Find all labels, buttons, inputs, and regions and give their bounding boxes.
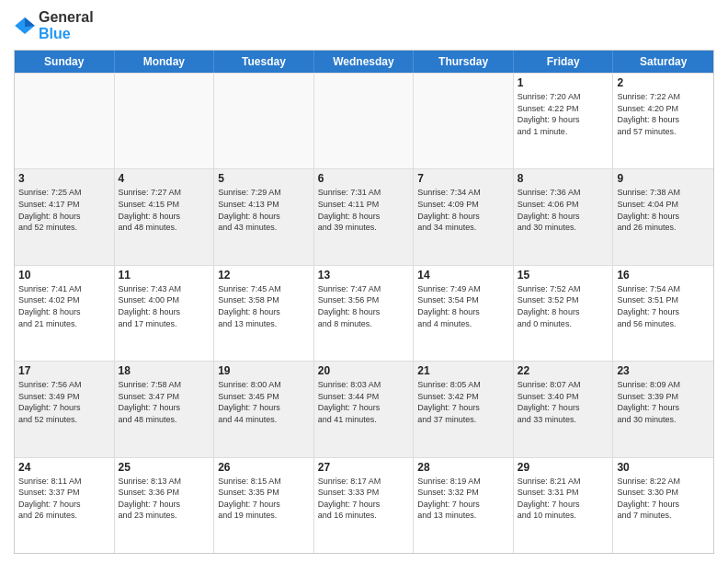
calendar-cell: 1Sunrise: 7:20 AM Sunset: 4:22 PM Daylig… — [514, 74, 614, 168]
day-number: 16 — [617, 269, 710, 282]
day-info: Sunrise: 8:00 AM Sunset: 3:45 PM Dayligh… — [218, 379, 310, 425]
day-number: 12 — [218, 269, 310, 282]
calendar-row-2: 3Sunrise: 7:25 AM Sunset: 4:17 PM Daylig… — [15, 168, 713, 264]
calendar-cell: 6Sunrise: 7:31 AM Sunset: 4:11 PM Daylig… — [314, 169, 415, 264]
calendar-cell: 30Sunrise: 8:22 AM Sunset: 3:30 PM Dayli… — [613, 458, 713, 553]
day-number: 13 — [318, 269, 410, 282]
weekday-header-thursday: Thursday — [414, 51, 514, 73]
day-info: Sunrise: 8:21 AM Sunset: 3:31 PM Dayligh… — [518, 476, 609, 522]
day-info: Sunrise: 8:09 AM Sunset: 3:39 PM Dayligh… — [617, 379, 710, 425]
weekday-header-sunday: Sunday — [15, 51, 115, 73]
day-info: Sunrise: 7:20 AM Sunset: 4:22 PM Dayligh… — [518, 91, 609, 137]
day-info: Sunrise: 7:41 AM Sunset: 4:02 PM Dayligh… — [18, 283, 110, 329]
day-number: 1 — [518, 76, 609, 89]
logo: General Blue — [14, 9, 94, 42]
day-info: Sunrise: 7:43 AM Sunset: 4:00 PM Dayligh… — [119, 283, 210, 329]
calendar-cell: 18Sunrise: 7:58 AM Sunset: 3:47 PM Dayli… — [115, 362, 215, 456]
day-info: Sunrise: 7:29 AM Sunset: 4:13 PM Dayligh… — [218, 187, 310, 233]
day-info: Sunrise: 7:25 AM Sunset: 4:17 PM Dayligh… — [18, 187, 110, 233]
day-info: Sunrise: 8:22 AM Sunset: 3:30 PM Dayligh… — [617, 476, 710, 522]
calendar-cell: 7Sunrise: 7:34 AM Sunset: 4:09 PM Daylig… — [414, 169, 514, 264]
calendar-cell: 29Sunrise: 8:21 AM Sunset: 3:31 PM Dayli… — [514, 458, 614, 553]
day-number: 25 — [119, 461, 210, 474]
day-info: Sunrise: 8:03 AM Sunset: 3:44 PM Dayligh… — [318, 379, 410, 425]
day-info: Sunrise: 8:17 AM Sunset: 3:33 PM Dayligh… — [318, 476, 410, 522]
calendar-cell: 17Sunrise: 7:56 AM Sunset: 3:49 PM Dayli… — [15, 362, 115, 456]
day-info: Sunrise: 7:27 AM Sunset: 4:15 PM Dayligh… — [119, 187, 210, 233]
calendar-cell: 10Sunrise: 7:41 AM Sunset: 4:02 PM Dayli… — [15, 266, 115, 361]
day-info: Sunrise: 7:34 AM Sunset: 4:09 PM Dayligh… — [417, 187, 509, 233]
calendar-cell — [214, 74, 314, 168]
day-info: Sunrise: 7:52 AM Sunset: 3:52 PM Dayligh… — [518, 283, 609, 329]
calendar-body: 1Sunrise: 7:20 AM Sunset: 4:22 PM Daylig… — [15, 73, 713, 553]
calendar-cell: 19Sunrise: 8:00 AM Sunset: 3:45 PM Dayli… — [214, 362, 314, 456]
calendar-cell: 25Sunrise: 8:13 AM Sunset: 3:36 PM Dayli… — [115, 458, 215, 553]
day-info: Sunrise: 7:47 AM Sunset: 3:56 PM Dayligh… — [318, 283, 410, 329]
day-info: Sunrise: 7:58 AM Sunset: 3:47 PM Dayligh… — [119, 379, 210, 425]
day-number: 17 — [18, 364, 110, 377]
calendar-cell: 23Sunrise: 8:09 AM Sunset: 3:39 PM Dayli… — [613, 362, 713, 456]
logo-text: General Blue — [39, 9, 94, 42]
day-number: 21 — [417, 364, 509, 377]
day-info: Sunrise: 8:15 AM Sunset: 3:35 PM Dayligh… — [218, 476, 310, 522]
calendar: SundayMondayTuesdayWednesdayThursdayFrid… — [14, 50, 714, 554]
day-number: 10 — [18, 269, 110, 282]
day-number: 8 — [518, 172, 609, 185]
calendar-cell: 28Sunrise: 8:19 AM Sunset: 3:32 PM Dayli… — [414, 458, 514, 553]
day-info: Sunrise: 7:31 AM Sunset: 4:11 PM Dayligh… — [318, 187, 410, 233]
day-number: 19 — [218, 364, 310, 377]
calendar-header: SundayMondayTuesdayWednesdayThursdayFrid… — [15, 51, 713, 73]
day-number: 23 — [617, 364, 710, 377]
weekday-header-monday: Monday — [115, 51, 215, 73]
day-info: Sunrise: 8:13 AM Sunset: 3:36 PM Dayligh… — [119, 476, 210, 522]
weekday-header-wednesday: Wednesday — [314, 51, 415, 73]
calendar-cell: 27Sunrise: 8:17 AM Sunset: 3:33 PM Dayli… — [314, 458, 415, 553]
day-info: Sunrise: 7:49 AM Sunset: 3:54 PM Dayligh… — [417, 283, 509, 329]
calendar-cell: 3Sunrise: 7:25 AM Sunset: 4:17 PM Daylig… — [15, 169, 115, 264]
calendar-cell: 26Sunrise: 8:15 AM Sunset: 3:35 PM Dayli… — [214, 458, 314, 553]
day-info: Sunrise: 7:54 AM Sunset: 3:51 PM Dayligh… — [617, 283, 710, 329]
day-number: 20 — [318, 364, 410, 377]
day-number: 15 — [518, 269, 609, 282]
calendar-cell: 22Sunrise: 8:07 AM Sunset: 3:40 PM Dayli… — [514, 362, 614, 456]
day-number: 27 — [318, 461, 410, 474]
day-number: 9 — [617, 172, 710, 185]
calendar-cell: 16Sunrise: 7:54 AM Sunset: 3:51 PM Dayli… — [613, 266, 713, 361]
day-number: 30 — [617, 461, 710, 474]
calendar-cell: 4Sunrise: 7:27 AM Sunset: 4:15 PM Daylig… — [115, 169, 215, 264]
day-info: Sunrise: 8:05 AM Sunset: 3:42 PM Dayligh… — [417, 379, 509, 425]
calendar-cell: 2Sunrise: 7:22 AM Sunset: 4:20 PM Daylig… — [613, 74, 713, 168]
calendar-cell: 21Sunrise: 8:05 AM Sunset: 3:42 PM Dayli… — [414, 362, 514, 456]
calendar-cell: 12Sunrise: 7:45 AM Sunset: 3:58 PM Dayli… — [214, 266, 314, 361]
day-number: 7 — [417, 172, 509, 185]
day-info: Sunrise: 8:11 AM Sunset: 3:37 PM Dayligh… — [18, 476, 110, 522]
day-info: Sunrise: 7:36 AM Sunset: 4:06 PM Dayligh… — [518, 187, 609, 233]
day-number: 5 — [218, 172, 310, 185]
weekday-header-tuesday: Tuesday — [214, 51, 314, 73]
day-number: 26 — [218, 461, 310, 474]
day-info: Sunrise: 7:56 AM Sunset: 3:49 PM Dayligh… — [18, 379, 110, 425]
calendar-cell — [414, 74, 514, 168]
calendar-cell: 14Sunrise: 7:49 AM Sunset: 3:54 PM Dayli… — [414, 266, 514, 361]
calendar-cell: 8Sunrise: 7:36 AM Sunset: 4:06 PM Daylig… — [514, 169, 614, 264]
calendar-row-3: 10Sunrise: 7:41 AM Sunset: 4:02 PM Dayli… — [15, 265, 713, 361]
calendar-row-4: 17Sunrise: 7:56 AM Sunset: 3:49 PM Dayli… — [15, 361, 713, 456]
calendar-cell: 20Sunrise: 8:03 AM Sunset: 3:44 PM Dayli… — [314, 362, 415, 456]
calendar-cell — [15, 74, 115, 168]
day-info: Sunrise: 7:38 AM Sunset: 4:04 PM Dayligh… — [617, 187, 710, 233]
day-number: 4 — [119, 172, 210, 185]
day-number: 18 — [119, 364, 210, 377]
day-info: Sunrise: 7:22 AM Sunset: 4:20 PM Dayligh… — [617, 91, 710, 137]
calendar-cell: 15Sunrise: 7:52 AM Sunset: 3:52 PM Dayli… — [514, 266, 614, 361]
calendar-row-5: 24Sunrise: 8:11 AM Sunset: 3:37 PM Dayli… — [15, 457, 713, 553]
header: General Blue — [14, 9, 714, 42]
calendar-cell — [115, 74, 215, 168]
calendar-cell: 11Sunrise: 7:43 AM Sunset: 4:00 PM Dayli… — [115, 266, 215, 361]
calendar-cell: 13Sunrise: 7:47 AM Sunset: 3:56 PM Dayli… — [314, 266, 415, 361]
calendar-cell: 5Sunrise: 7:29 AM Sunset: 4:13 PM Daylig… — [214, 169, 314, 264]
day-number: 11 — [119, 269, 210, 282]
day-number: 22 — [518, 364, 609, 377]
day-number: 3 — [18, 172, 110, 185]
day-number: 6 — [318, 172, 410, 185]
day-number: 28 — [417, 461, 509, 474]
